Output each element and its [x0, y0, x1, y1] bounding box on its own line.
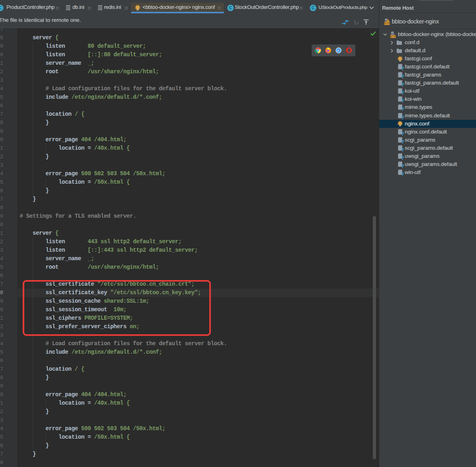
svg-text:?: ? — [401, 98, 404, 103]
svg-text:?: ? — [401, 163, 404, 168]
svg-text:?: ? — [401, 106, 404, 111]
svg-text:?: ? — [401, 131, 404, 135]
svg-text:?: ? — [401, 74, 404, 79]
svg-text:?: ? — [401, 139, 404, 143]
svg-text:?: ? — [401, 82, 404, 87]
svg-text:C: C — [0, 5, 2, 10]
svg-text:SFTP: SFTP — [390, 35, 396, 38]
svg-text:?: ? — [401, 90, 404, 95]
svg-text:?: ? — [401, 147, 404, 151]
svg-text:SFTP: SFTP — [384, 22, 390, 25]
svg-text:C: C — [312, 5, 315, 10]
svg-text:?: ? — [401, 171, 404, 176]
svg-text:C: C — [229, 5, 232, 10]
svg-text:?: ? — [401, 155, 404, 159]
svg-text:?: ? — [401, 115, 404, 119]
svg-text:?: ? — [401, 66, 404, 70]
